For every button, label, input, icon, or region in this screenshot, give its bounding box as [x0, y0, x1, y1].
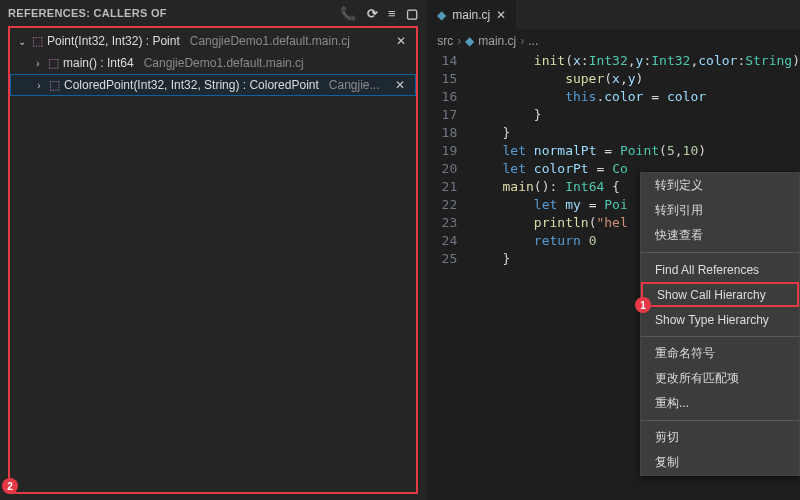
- panel-title: REFERENCES: CALLERS OF: [8, 7, 167, 19]
- layout-icon[interactable]: ▢: [406, 6, 418, 21]
- code-line[interactable]: 18 }: [427, 124, 800, 142]
- menu-cut[interactable]: 剪切: [641, 425, 799, 450]
- code-text: main(): Int64 {: [471, 178, 620, 196]
- tree-root-loc: CangjieDemo1.default.main.cj: [190, 34, 350, 48]
- tree-root[interactable]: ⬚ Point(Int32, Int32) : Point CangjieDem…: [10, 30, 416, 52]
- line-number: 22: [427, 196, 471, 214]
- menu-highlight-label: Show Call Hierarchy: [657, 288, 766, 302]
- code-text: this.color = color: [471, 88, 706, 106]
- line-number: 14: [427, 52, 471, 70]
- file-icon: ◆: [437, 8, 446, 22]
- method-icon: ⬚: [48, 56, 59, 70]
- chevron-right-icon[interactable]: [32, 58, 44, 69]
- close-icon[interactable]: ✕: [391, 78, 409, 92]
- close-icon[interactable]: ✕: [496, 8, 506, 22]
- tree-child[interactable]: ⬚ ColoredPoint(Int32, Int32, String) : C…: [10, 74, 416, 96]
- menu-change-all[interactable]: 更改所有匹配项: [641, 366, 799, 391]
- line-number: 23: [427, 214, 471, 232]
- menu-show-type-hierarchy[interactable]: Show Type Hierarchy: [641, 307, 799, 332]
- method-icon: ⬚: [49, 78, 60, 92]
- code-text: super(x,y): [471, 70, 643, 88]
- menu-find-all-references[interactable]: Find All References: [641, 257, 799, 282]
- tree-child[interactable]: ⬚ main() : Int64 CangjieDemo1.default.ma…: [10, 52, 416, 74]
- menu-copy[interactable]: 复制: [641, 450, 799, 475]
- breadcrumb-file[interactable]: main.cj: [478, 34, 516, 48]
- collapse-icon[interactable]: ≡: [388, 6, 396, 21]
- method-icon: ⬚: [32, 34, 43, 48]
- menu-separator: [641, 252, 799, 253]
- panel-actions: 📞 ⟳ ≡ ▢: [340, 6, 418, 21]
- refresh-icon[interactable]: ⟳: [367, 6, 378, 21]
- menu-peek[interactable]: 快速查看: [641, 223, 799, 248]
- code-line[interactable]: 17 }: [427, 106, 800, 124]
- tree-child-loc: Cangjie...: [329, 78, 380, 92]
- context-menu: 转到定义 转到引用 快速查看 Find All References Show …: [640, 172, 800, 476]
- code-text: }: [471, 250, 510, 268]
- breadcrumb-src[interactable]: src: [437, 34, 453, 48]
- close-icon[interactable]: ✕: [392, 34, 410, 48]
- line-number: 24: [427, 232, 471, 250]
- breadcrumb[interactable]: src › ◆ main.cj › ...: [427, 30, 800, 52]
- tree-child-sig: ColoredPoint(Int32, Int32, String) : Col…: [64, 78, 319, 92]
- menu-show-call-hierarchy[interactable]: Show Call Hierarchy 1: [641, 282, 799, 307]
- tree-child-sig: main() : Int64: [63, 56, 134, 70]
- tab-main-cj[interactable]: ◆ main.cj ✕: [427, 0, 517, 30]
- code-text: println("hel: [471, 214, 628, 232]
- code-text: return 0: [471, 232, 596, 250]
- code-text: let my = Poi: [471, 196, 628, 214]
- code-text: }: [471, 124, 510, 142]
- line-number: 18: [427, 124, 471, 142]
- chevron-right-icon[interactable]: [33, 80, 45, 91]
- menu-separator: [641, 420, 799, 421]
- chevron-right-icon: ›: [520, 34, 524, 48]
- line-number: 16: [427, 88, 471, 106]
- menu-refactor[interactable]: 重构...: [641, 391, 799, 416]
- menu-goto-definition[interactable]: 转到定义: [641, 173, 799, 198]
- line-number: 19: [427, 142, 471, 160]
- code-line[interactable]: 15 super(x,y): [427, 70, 800, 88]
- line-number: 17: [427, 106, 471, 124]
- annotation-badge-2: 2: [2, 478, 18, 494]
- menu-rename-symbol[interactable]: 重命名符号: [641, 341, 799, 366]
- code-line[interactable]: 14 init(x:Int32,y:Int32,color:String): [427, 52, 800, 70]
- menu-separator: [641, 336, 799, 337]
- chevron-right-icon: ›: [457, 34, 461, 48]
- code-text: }: [471, 106, 541, 124]
- code-text: let normalPt = Point(5,10): [471, 142, 706, 160]
- chevron-down-icon[interactable]: [16, 36, 28, 47]
- call-hierarchy-tree: ⬚ Point(Int32, Int32) : Point CangjieDem…: [8, 26, 418, 494]
- code-text: let colorPt = Co: [471, 160, 628, 178]
- code-text: init(x:Int32,y:Int32,color:String): [471, 52, 800, 70]
- breadcrumb-more[interactable]: ...: [528, 34, 538, 48]
- editor-tabs: ◆ main.cj ✕: [427, 0, 800, 30]
- tree-child-loc: CangjieDemo1.default.main.cj: [144, 56, 304, 70]
- code-line[interactable]: 16 this.color = color: [427, 88, 800, 106]
- line-number: 15: [427, 70, 471, 88]
- references-panel: REFERENCES: CALLERS OF 📞 ⟳ ≡ ▢ ⬚ Point(I…: [0, 0, 427, 500]
- editor-panel: ◆ main.cj ✕ src › ◆ main.cj › ... 14 ini…: [427, 0, 800, 500]
- code-line[interactable]: 19 let normalPt = Point(5,10): [427, 142, 800, 160]
- tree-root-sig: Point(Int32, Int32) : Point: [47, 34, 180, 48]
- line-number: 25: [427, 250, 471, 268]
- call-icon[interactable]: 📞: [340, 6, 356, 21]
- panel-header: REFERENCES: CALLERS OF 📞 ⟳ ≡ ▢: [0, 0, 426, 26]
- line-number: 21: [427, 178, 471, 196]
- file-icon: ◆: [465, 34, 474, 48]
- menu-goto-references[interactable]: 转到引用: [641, 198, 799, 223]
- line-number: 20: [427, 160, 471, 178]
- tab-label: main.cj: [452, 8, 490, 22]
